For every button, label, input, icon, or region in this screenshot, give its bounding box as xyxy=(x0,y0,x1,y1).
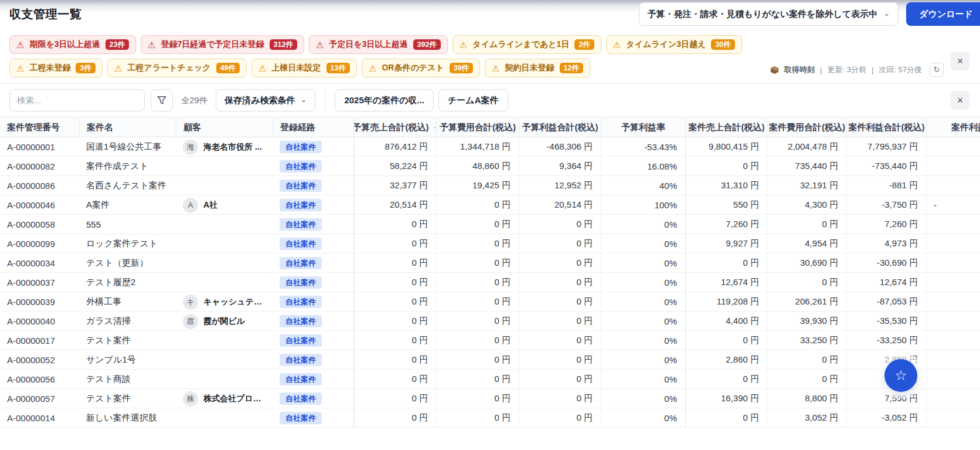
budget-sales-total: 58,224 円 xyxy=(353,157,436,176)
saved-search-chip[interactable]: 2025年の案件の収... xyxy=(335,89,434,111)
project-cost-total: 0 円 xyxy=(767,273,846,292)
warning-icon: ⚠ xyxy=(16,64,24,73)
table-row[interactable]: A-00000040 ガラス清掃 霞 霞が関ビル 自社案件 0 円 0 円 0 … xyxy=(0,312,980,331)
project-sales-total: 16,390 円 xyxy=(685,389,767,408)
warning-icon: ⚠ xyxy=(369,64,376,73)
project-id: A-00000057 xyxy=(0,389,79,408)
table-row[interactable]: A-00000099 ロック案件テスト 自社案件 0 円 0 円 0 円 0% … xyxy=(0,234,980,253)
alert-chip[interactable]: ⚠ 上棟日未設定 13件 xyxy=(251,59,357,77)
table-row[interactable]: A-00000056 テスト商談 自社案件 0 円 0 円 0 円 0% 0 円… xyxy=(0,370,980,389)
table-row[interactable]: A-00000046 A案件 A A社 自社案件 20,514 円 0 円 20… xyxy=(0,195,980,215)
table-row[interactable]: A-00000037 テスト履歴2 自社案件 0 円 0 円 0 円 0% 12… xyxy=(0,273,980,292)
alert-chip[interactable]: ⚠ 期限を3日以上超過 23件 xyxy=(9,35,136,54)
budget-profit-rate: 0% xyxy=(601,292,685,312)
table-row[interactable]: A-00000034 テスト（更新） 自社案件 0 円 0 円 0 円 0% 0… xyxy=(0,253,980,273)
saved-search-dropdown[interactable]: 保存済み検索条件 ⌄ xyxy=(216,89,315,111)
alert-chip[interactable]: ⚠ タイムラインまであと1日 2件 xyxy=(452,35,601,54)
funnel-icon xyxy=(156,95,167,106)
project-id: A-00000039 xyxy=(0,292,79,312)
project-profit-total: -3,750 円 xyxy=(846,195,926,215)
column-header[interactable]: 案件管理番号 xyxy=(0,117,79,137)
table-row[interactable]: A-00000001 国道1号線公共工事 海 海老名市役所 ... 自社案件 8… xyxy=(0,137,980,157)
search-input[interactable] xyxy=(9,89,145,111)
favorite-fab-button[interactable]: ☆ xyxy=(884,359,917,392)
column-header[interactable]: 登録経路 xyxy=(273,117,353,137)
project-profit-rate xyxy=(926,273,980,292)
budget-sales-total: 0 円 xyxy=(353,331,436,350)
registration-route-cell: 自社案件 xyxy=(273,389,353,408)
project-name: 名西さんテスト案件 xyxy=(79,176,176,195)
customer-cell xyxy=(176,408,273,428)
registration-route-cell: 自社案件 xyxy=(273,292,353,312)
project-sales-total: 4,400 円 xyxy=(685,312,767,331)
budget-cost-total: 0 円 xyxy=(436,408,519,428)
column-header[interactable]: 予算費用合計(税込) xyxy=(436,117,519,137)
table-row[interactable]: A-00000057 テスト案件 株 株式会社プロデ... 自社案件 0 円 0… xyxy=(0,389,980,408)
budget-profit-total: 0 円 xyxy=(519,370,601,389)
registration-route-cell: 自社案件 xyxy=(273,331,353,350)
column-header[interactable]: 案件名 xyxy=(79,117,176,137)
registration-route-cell: 自社案件 xyxy=(273,408,353,428)
alert-chip-label: 予定日を3日以上超過 xyxy=(329,39,407,50)
warning-icon: ⚠ xyxy=(492,64,499,73)
budget-profit-rate: 0% xyxy=(601,215,685,234)
alert-chip[interactable]: ⚠ 工程未登録 3件 xyxy=(9,59,103,77)
sort-icon: ⌄ xyxy=(432,123,436,130)
customer-name: A社 xyxy=(203,200,217,211)
download-button[interactable]: ダウンロード xyxy=(906,2,980,26)
project-sales-total: 9,800,415 円 xyxy=(685,137,767,157)
toolbar-close-button[interactable]: × xyxy=(951,91,969,110)
budget-profit-rate: 0% xyxy=(601,331,685,350)
filter-funnel-button[interactable] xyxy=(151,89,173,111)
column-header[interactable]: 案件利益合計(税込) xyxy=(846,117,926,137)
registration-route-cell: 自社案件 xyxy=(273,350,353,370)
column-header[interactable]: 予算利益率 xyxy=(601,117,685,137)
alert-chip[interactable]: ⚠ タイムライン3日越え 30件 xyxy=(606,35,742,54)
warning-icon: ⚠ xyxy=(258,64,266,73)
alert-count-badge: 312件 xyxy=(270,39,297,50)
budget-profit-rate: 0% xyxy=(601,273,685,292)
project-name: テスト商談 xyxy=(79,370,176,389)
warning-icon: ⚠ xyxy=(316,40,324,49)
alert-chip[interactable]: ⚠ 予定日を3日以上超過 392件 xyxy=(309,35,448,54)
route-badge: 自社案件 xyxy=(280,141,322,153)
warning-icon: ⚠ xyxy=(114,64,122,73)
refresh-button[interactable]: ↻ xyxy=(930,63,944,77)
fetch-next: 次回: 57分後 xyxy=(879,65,922,75)
column-header[interactable]: 予算売上合計(税込)⌄ xyxy=(353,117,436,137)
alert-chip-label: OR条件のテスト xyxy=(382,63,444,73)
table-row[interactable]: A-00000039 外構工事 キ キャッシュテス... 自社案件 0 円 0 … xyxy=(0,292,980,312)
warning-icon: ⚠ xyxy=(148,40,155,49)
column-header[interactable]: 案件利益率 xyxy=(926,117,980,137)
saved-search-chip[interactable]: チームA案件 xyxy=(438,89,508,111)
table-row[interactable]: A-00000052 サンプル1号 自社案件 0 円 0 円 0 円 0% 2,… xyxy=(0,350,980,370)
project-cost-total: 735,440 円 xyxy=(767,157,846,176)
budget-sales-total: 0 円 xyxy=(353,312,436,331)
alert-chip[interactable]: ⚠ 契約日未登録 12件 xyxy=(485,59,590,77)
project-profit-total: 7,795,937 円 xyxy=(846,137,926,157)
exclusion-filter-dropdown[interactable]: 予算・発注・請求・見積もりがない案件を除外して表示中 ⌄ xyxy=(639,2,899,26)
project-name: 案件作成テスト xyxy=(79,157,176,176)
column-header[interactable]: 案件費用合計(税込) xyxy=(767,117,846,137)
alert-count-badge: 13件 xyxy=(326,63,350,74)
project-name: 外構工事 xyxy=(79,292,176,312)
column-header[interactable]: 顧客 xyxy=(176,117,273,137)
table-row[interactable]: A-00000014 新しい案件選択肢 自社案件 0 円 0 円 0 円 0% … xyxy=(0,408,980,428)
table-row[interactable]: A-00000017 テスト案件 自社案件 0 円 0 円 0 円 0% 0 円… xyxy=(0,331,980,350)
project-id: A-00000037 xyxy=(0,273,79,292)
project-profit-total: -35,530 円 xyxy=(846,312,926,331)
budget-sales-total: 0 円 xyxy=(353,408,436,428)
alerts-close-button[interactable]: × xyxy=(951,52,969,70)
budget-cost-total: 0 円 xyxy=(436,195,519,215)
alert-chip[interactable]: ⚠ OR条件のテスト 39件 xyxy=(362,59,480,77)
table-row[interactable]: A-00000058 555 自社案件 0 円 0 円 0 円 0% 7,260… xyxy=(0,215,980,234)
column-header[interactable]: 案件売上合計(税込) xyxy=(685,117,767,137)
table-row[interactable]: A-00000082 案件作成テスト 自社案件 58,224 円 48,860 … xyxy=(0,157,980,176)
table-row[interactable]: A-00000086 名西さんテスト案件 自社案件 32,377 円 19,42… xyxy=(0,176,980,195)
chevron-down-icon: ⌄ xyxy=(301,96,307,103)
star-icon: ☆ xyxy=(894,367,907,384)
alert-chip[interactable]: ⚠ 工程アラートチェック 49件 xyxy=(107,59,247,77)
alert-chip[interactable]: ⚠ 登録7日経過で予定日未登録 312件 xyxy=(141,35,304,54)
search-toolbar: 全29件 保存済み検索条件 ⌄ 2025年の案件の収...チームA案件 × xyxy=(0,84,980,117)
column-header[interactable]: 予算利益合計(税込) xyxy=(519,117,601,137)
